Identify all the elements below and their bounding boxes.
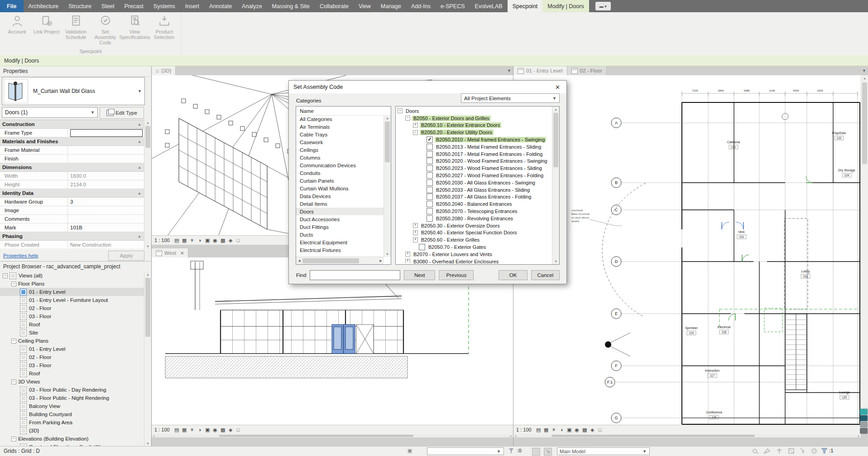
ribbon-tab-systems[interactable]: Systems — [149, 0, 180, 12]
type-selector-arrow-icon[interactable]: ▼ — [135, 89, 144, 93]
property-value[interactable]: 3 — [68, 198, 145, 206]
assembly-node-b2050-2010[interactable]: ✓B2050.2010 - Metal framed Entrances - S… — [397, 136, 552, 143]
ribbon-button-view-specifications[interactable]: ViewSpecifications — [120, 14, 149, 40]
temporary-hide-icon[interactable]: ▩ — [220, 427, 226, 433]
tree-expander-icon[interactable]: − — [11, 339, 16, 344]
collapse-group-icon[interactable]: ▲ — [138, 165, 141, 170]
category-air-terminals[interactable]: Air Terminals — [296, 123, 384, 131]
browser-item-elevations-building-elevation[interactable]: −Elevations (Building Elevation) — [0, 435, 144, 443]
scroll-up-icon[interactable]: ▲ — [144, 272, 151, 277]
collapse-group-icon[interactable]: ▲ — [138, 191, 141, 195]
assembly-node-b2050-2017[interactable]: B2050.2017 - Metal Framed Entrances - Fo… — [397, 150, 552, 158]
project-browser-scrollbar[interactable]: ▲ ▼ — [144, 272, 151, 446]
crop-region-icon[interactable]: ◉ — [212, 427, 219, 433]
collapse-group-icon[interactable]: ▲ — [138, 234, 141, 238]
constraints-icon[interactable]: □ — [597, 427, 604, 433]
checkbox-unchecked[interactable] — [427, 179, 433, 186]
shadows-icon[interactable]: ◑ — [197, 237, 203, 244]
sun-path-icon[interactable]: ☀ — [189, 237, 196, 244]
constraints-icon[interactable]: □ — [235, 427, 242, 433]
category-communication-devices[interactable]: Communication Devices — [296, 161, 384, 169]
crop-view-icon[interactable]: ▣ — [566, 427, 573, 433]
assembly-node-b2050-2033[interactable]: B2050.2033 - All Glass Entrances - Slidi… — [397, 186, 552, 194]
browser-item-01-entry-level[interactable]: 01 - Entry Level — [0, 345, 144, 353]
ribbon-tab-evolvelab[interactable]: EvolveLAB — [470, 0, 508, 12]
browser-item-01-entry-level[interactable]: 01 - Entry Level — [0, 288, 144, 296]
category-electrical-equipment[interactable]: Electrical Equipment — [296, 238, 384, 246]
visual-style-icon[interactable]: ▦ — [181, 237, 188, 244]
browser-item-03-floor[interactable]: 03 - Floor — [0, 361, 144, 369]
checkbox-unchecked[interactable] — [427, 165, 433, 171]
browser-item-site[interactable]: Site — [0, 329, 144, 337]
detail-level-icon[interactable]: ▤ — [535, 427, 542, 433]
constraints-icon[interactable]: □ — [235, 237, 242, 244]
cancel-button[interactable]: Cancel — [531, 270, 560, 280]
category-ducts[interactable]: Ducts — [296, 231, 384, 238]
assembly-node-b2050-70[interactable]: B2050.70 - Exterior Gates — [397, 243, 552, 251]
edit-in-place-icon[interactable] — [763, 447, 772, 455]
checkbox-checked[interactable]: ✓ — [427, 136, 433, 143]
ribbon-tab-manage[interactable]: Manage — [376, 0, 406, 12]
browser-item-03-floor-public-day-rendering[interactable]: 03 - Floor Public - Day Rendering — [0, 386, 144, 394]
west-horizontal-scrollbar[interactable]: ◄ ► — [152, 434, 513, 437]
category-curtain-wall-mullions[interactable]: Curtain Wall Mullions — [296, 184, 384, 192]
ok-button[interactable]: OK — [499, 270, 527, 280]
property-value[interactable] — [68, 215, 145, 223]
visual-style-icon[interactable]: ▦ — [181, 427, 188, 433]
edit-type-button[interactable]: Edit Type — [100, 107, 144, 119]
property-value[interactable] — [68, 146, 145, 154]
dock-icon-gear[interactable] — [860, 428, 868, 434]
category-casework[interactable]: Casework — [296, 138, 384, 146]
ribbon-button-set-assembly-code[interactable]: SetAssembly Code — [91, 14, 120, 45]
browser-item-3d-views[interactable]: −3D Views — [0, 378, 144, 386]
view-tab-west[interactable]: West ✕ — [152, 248, 188, 257]
category-doors[interactable]: Doors — [296, 208, 384, 215]
property-value[interactable] — [68, 206, 145, 214]
find-input[interactable] — [310, 270, 400, 280]
sun-path-icon[interactable]: ☀ — [551, 427, 557, 433]
design-options-dropdown[interactable]: Main Model ▼ — [557, 447, 650, 455]
property-group-dimensions[interactable]: Dimensions▲ — [0, 163, 145, 172]
ribbon-tab-modify-doors[interactable]: Modify | Doors — [542, 0, 589, 12]
scroll-up-icon[interactable]: ▲ — [144, 120, 151, 126]
ribbon-button-product-selection[interactable]: ProductSelection — [150, 14, 178, 40]
properties-scrollbar[interactable]: ▲ ▼ — [144, 120, 151, 249]
tree-expander-icon[interactable]: + — [413, 223, 418, 228]
tree-expander-icon[interactable]: + — [413, 230, 418, 235]
design-options-icon[interactable] — [532, 448, 540, 456]
ribbon-tab-add-ins[interactable]: Add-Ins — [406, 0, 436, 12]
assembly-node-b2050-20[interactable]: −B2050.20 - Exterior Utility Doors — [397, 129, 552, 136]
checkbox-unchecked[interactable] — [427, 187, 433, 193]
category-duct-accessories[interactable]: Duct Accessories — [296, 215, 384, 223]
category-conduits[interactable]: Conduits — [296, 169, 384, 177]
category-curtain-panels[interactable]: Curtain Panels — [296, 177, 384, 184]
next-button[interactable]: Next — [404, 270, 435, 280]
view-scale[interactable]: 1 : 100 — [154, 427, 170, 432]
browser-item-02-floor[interactable]: 02 - Floor — [0, 353, 144, 361]
checkbox-unchecked[interactable] — [419, 244, 425, 250]
assembly-node-b2050-40[interactable]: +B2050.40 - Exterior Special Function Do… — [397, 229, 552, 237]
tree-expander-icon[interactable]: + — [405, 259, 410, 263]
browser-item-03-floor-public-night-rendering[interactable]: 03 - Floor Public - Night Rendering — [0, 394, 144, 402]
crop-region-icon[interactable]: ◉ — [574, 427, 580, 433]
ribbon-button-validation-schedule[interactable]: ValidationSchedule — [62, 14, 90, 40]
tree-expander-icon[interactable]: − — [413, 130, 418, 135]
background-processes-icon[interactable] — [787, 447, 796, 455]
view-tab-3d[interactable]: ⌂ {3D} — [152, 66, 176, 75]
shadows-icon[interactable]: ◑ — [558, 427, 565, 433]
assembly-node-b2050-2020[interactable]: B2050.2020 - Wood Framed Entrances - Swi… — [397, 158, 552, 165]
browser-item-3d[interactable]: {3D} — [0, 427, 144, 435]
apply-button[interactable]: Apply — [108, 251, 144, 261]
selection-filter-dropdown[interactable]: Doors (1) ▼ — [2, 107, 98, 118]
close-view-icon[interactable]: ✕ — [180, 251, 184, 256]
plan-vertical-scrollbar[interactable]: ▲ — [861, 75, 868, 408]
assembly-node-b2050[interactable]: −B2050 - Exterior Doors and Grilles — [397, 115, 552, 122]
exclude-options-icon[interactable] — [752, 447, 760, 455]
browser-item-01-entry-level-furniture-layout[interactable]: 01 - Entry Level - Furniture Layout — [0, 296, 144, 304]
checkbox-unchecked[interactable] — [427, 151, 433, 157]
active-option-icon[interactable]: ↘ — [544, 448, 552, 456]
assembly-node-b2050-2030[interactable]: B2050.2030 - All Glass Entrances - Swing… — [397, 179, 552, 186]
filter-icon[interactable] — [820, 447, 829, 455]
ribbon-tab-massing-site[interactable]: Massing & Site — [267, 0, 315, 12]
property-group-materials-and-finishes[interactable]: Materials and Finishes▲ — [0, 137, 145, 146]
